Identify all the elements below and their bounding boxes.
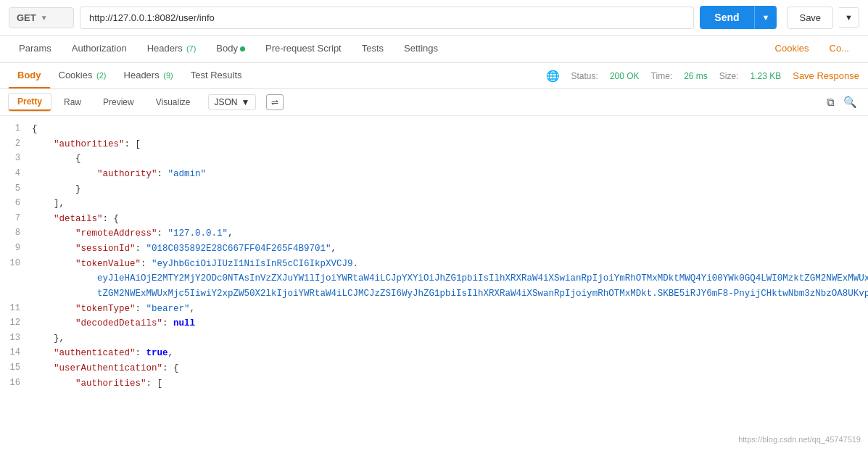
send-dropdown-button[interactable]: ▼ [754, 6, 777, 29]
format-visualize-button[interactable]: Visualize [147, 94, 199, 110]
tab-pre-request-script[interactable]: Pre-request Script [255, 36, 352, 62]
tab-headers[interactable]: Headers (7) [137, 36, 207, 62]
tab-tests[interactable]: Tests [352, 36, 394, 62]
json-line-7: 7 "details": { [0, 212, 868, 227]
json-line-8: 8 "remoteAddress": "127.0.0.1", [0, 226, 868, 241]
method-label: GET [17, 12, 36, 23]
url-input[interactable] [80, 7, 694, 29]
status-info: 🌐 Status: 200 OK Time: 26 ms Size: 1.23 … [546, 70, 859, 83]
json-line-15: 15 "userAuthentication": { [0, 361, 868, 376]
resp-tab-cookies[interactable]: Cookies (2) [50, 63, 115, 88]
size-label: Size: [719, 71, 739, 81]
response-bar: Body Cookies (2) Headers (9) Test Result… [0, 63, 868, 89]
json-line-3: 3 { [0, 152, 868, 167]
save-response-button[interactable]: Save Response [793, 70, 859, 81]
json-line-5: 5 } [0, 182, 868, 197]
json-viewer: 1 { 2 "authorities": [ 3 { 4 "authority"… [0, 116, 868, 397]
right-tabs: Cookies Co... [765, 36, 859, 62]
method-select[interactable]: GET ▼ [9, 7, 74, 28]
time-value: 26 ms [684, 71, 708, 81]
tab-co-right[interactable]: Co... [819, 36, 859, 62]
save-button[interactable]: Save [787, 7, 833, 29]
search-button[interactable]: 🔍 [841, 94, 859, 111]
top-bar: GET ▼ Send ▼ Save ▼ [0, 0, 868, 36]
tab-body[interactable]: Body [206, 36, 255, 62]
format-bar: Pretty Raw Preview Visualize JSON ▼ ⇌ ⧉ … [0, 89, 868, 116]
resp-tab-test-results[interactable]: Test Results [182, 63, 251, 88]
size-value: 1.23 KB [751, 71, 782, 81]
json-line-6: 6 ], [0, 196, 868, 212]
format-json-chevron-icon: ▼ [241, 97, 250, 107]
status-value: 200 OK [610, 71, 640, 81]
status-label: Status: [571, 71, 598, 81]
main-content: Body Cookies (2) Headers (9) Test Result… [0, 63, 868, 450]
json-line-13: 13 }, [0, 331, 868, 347]
time-label: Time: [651, 71, 673, 81]
json-line-9: 9 "sessionId": "018C035892E28C667FF04F26… [0, 241, 868, 257]
json-line-11: 11 "tokenType": "bearer", [0, 302, 868, 317]
format-raw-button[interactable]: Raw [55, 94, 90, 110]
nav-tabs: Params Authorization Headers (7) Body Pr… [0, 36, 868, 63]
json-line-14: 14 "authenticated": true, [0, 346, 868, 361]
json-line-10: 10 "tokenValue": "eyJhbGciOiJIUzI1NiIsIn… [0, 257, 868, 302]
send-button[interactable]: Send [700, 6, 753, 29]
json-line-16: 16 "authorities": [ [0, 376, 868, 392]
tab-cookies-right[interactable]: Cookies [765, 36, 819, 62]
copy-button[interactable]: ⧉ [824, 94, 837, 111]
format-right-actions: ⧉ 🔍 [824, 94, 859, 111]
format-json-select[interactable]: JSON ▼ [208, 94, 257, 110]
format-pretty-button[interactable]: Pretty [9, 94, 51, 111]
watermark: https://blog.csdn.net/qq_45747519 [738, 435, 861, 444]
json-line-2: 2 "authorities": [ [0, 137, 868, 152]
tab-settings[interactable]: Settings [394, 36, 448, 62]
format-preview-button[interactable]: Preview [94, 94, 143, 110]
resp-tab-headers[interactable]: Headers (9) [115, 63, 182, 88]
json-line-1: 1 { [0, 122, 868, 137]
json-line-4: 4 "authority": "admin" [0, 167, 868, 182]
resp-tab-body[interactable]: Body [9, 63, 50, 88]
send-button-group: Send ▼ [700, 6, 777, 29]
format-json-label: JSON [215, 97, 238, 107]
tab-authorization[interactable]: Authorization [62, 36, 137, 62]
save-dropdown-button[interactable]: ▼ [839, 7, 859, 28]
method-chevron-icon: ▼ [41, 14, 48, 22]
json-line-12: 12 "decodedDetails": null [0, 316, 868, 331]
tab-params[interactable]: Params [9, 36, 62, 62]
globe-icon[interactable]: 🌐 [546, 70, 560, 83]
wrap-lines-button[interactable]: ⇌ [266, 94, 284, 110]
json-viewer-area: 1 { 2 "authorities": [ 3 { 4 "authority"… [0, 116, 868, 450]
